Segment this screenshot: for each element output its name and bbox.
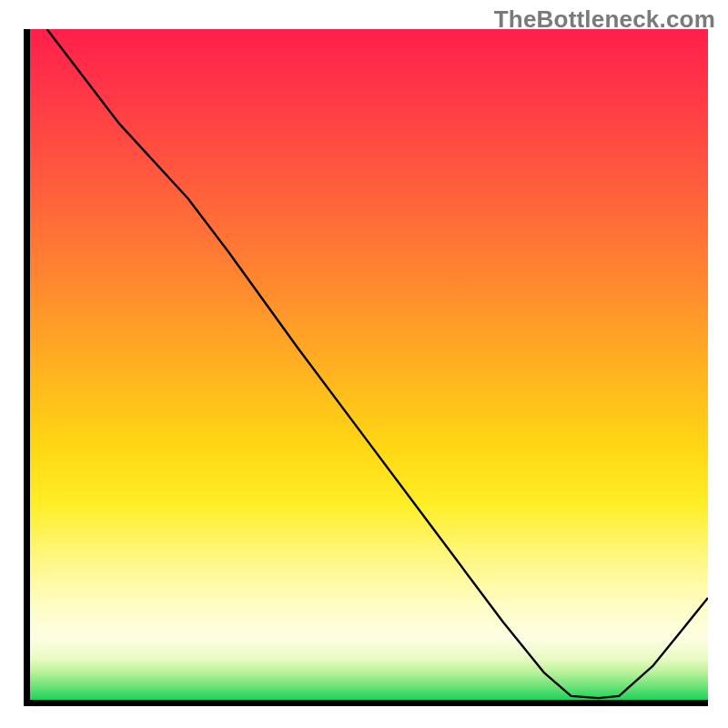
y-axis [24, 29, 30, 706]
chart-plot-area [24, 29, 708, 706]
watermark-text: TheBottleneck.com [494, 5, 715, 34]
curve-path [47, 29, 708, 698]
x-axis [24, 700, 708, 706]
chart-curve [24, 29, 708, 706]
